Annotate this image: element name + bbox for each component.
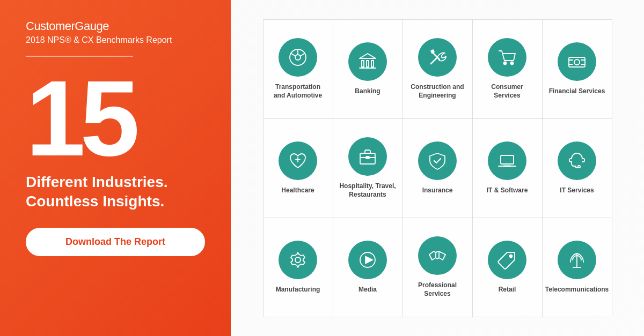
svg-line-3	[291, 53, 296, 56]
it-software-label: IT & Software	[487, 186, 528, 195]
svg-point-12	[504, 62, 507, 64]
svg-rect-25	[501, 155, 514, 164]
consumer-services-label: ConsumerServices	[491, 83, 523, 100]
svg-rect-6	[362, 61, 364, 67]
it-services-icon-circle	[558, 141, 596, 180]
insurance-icon-circle	[418, 141, 457, 180]
svg-rect-7	[367, 61, 369, 67]
svg-rect-8	[371, 61, 374, 67]
construction-icon-circle	[418, 38, 457, 77]
construction-label: Construction andEngineering	[411, 83, 464, 100]
banking-icon-circle	[348, 42, 387, 81]
svg-point-15	[574, 59, 580, 65]
right-panel: Transportationand Automotive Banking	[231, 0, 644, 336]
grid-item-manufacturing: Manufacturing	[264, 218, 333, 317]
industry-grid: Transportationand Automotive Banking	[263, 19, 612, 317]
grid-item-retail: Retail	[473, 218, 543, 317]
heart-plus-icon	[287, 150, 309, 171]
telecommunications-icon-circle	[558, 241, 596, 279]
healthcare-icon-circle	[279, 141, 317, 180]
transportation-label: Transportationand Automotive	[274, 83, 322, 100]
grid-item-banking: Banking	[333, 20, 403, 119]
svg-line-4	[300, 53, 305, 56]
financial-services-label: Financial Services	[549, 87, 605, 96]
steering-wheel-icon	[287, 47, 309, 68]
play-icon	[357, 249, 378, 271]
grid-item-healthcare: Healthcare	[264, 119, 333, 218]
brand-logo: CustomerGauge	[26, 19, 205, 33]
bank-icon	[357, 51, 378, 72]
grid-item-it-software: IT & Software	[473, 119, 543, 218]
grid-item-insurance: Insurance	[403, 119, 473, 218]
transportation-icon-circle	[279, 38, 317, 77]
manufacturing-icon-circle	[279, 241, 317, 279]
grid-item-financial-services: Financial Services	[543, 20, 612, 119]
grid-item-transportation: Transportationand Automotive	[264, 20, 333, 119]
svg-marker-31	[365, 256, 373, 264]
briefcase-icon	[357, 146, 378, 167]
grid-item-hospitality: Hospitality, Travel,Restaurants	[333, 119, 403, 218]
left-panel: CustomerGauge 2018 NPS® & CX Benchmarks …	[0, 0, 231, 336]
manufacturing-label: Manufacturing	[276, 286, 320, 294]
svg-line-10	[431, 57, 437, 64]
it-software-icon-circle	[488, 141, 526, 180]
tag-icon	[496, 249, 518, 271]
grid-item-consumer-services: ConsumerServices	[473, 20, 543, 119]
grid-item-media: Media	[333, 218, 403, 317]
brand-subtitle: 2018 NPS® & CX Benchmarks Report	[26, 35, 205, 45]
laptop-icon	[496, 150, 518, 171]
handshake-icon	[427, 245, 448, 266]
professional-services-label: ProfessionalServices	[418, 281, 457, 298]
shield-icon	[427, 150, 448, 171]
svg-rect-28	[578, 166, 580, 168]
wrench-tools-icon	[427, 47, 448, 68]
media-icon-circle	[348, 241, 387, 279]
gear-icon	[287, 249, 309, 271]
svg-rect-14	[569, 57, 585, 67]
hospitality-icon-circle	[348, 137, 387, 176]
svg-point-29	[295, 257, 301, 263]
grid-item-professional-services: ProfessionalServices	[403, 218, 473, 317]
healthcare-label: Healthcare	[281, 186, 314, 195]
telecommunications-label: Telecommunications	[545, 286, 609, 294]
retail-label: Retail	[499, 286, 516, 294]
brand-name: CustomerGauge 2018 NPS® & CX Benchmarks …	[26, 19, 205, 45]
retail-icon-circle	[488, 241, 526, 279]
divider	[26, 56, 133, 57]
grid-item-construction: Construction andEngineering	[403, 20, 473, 119]
svg-point-13	[511, 62, 514, 64]
antenna-icon	[566, 249, 588, 271]
hero-tagline: Different Industries. Countless Insights…	[26, 173, 205, 212]
it-services-label: IT Services	[560, 186, 594, 195]
insurance-label: Insurance	[422, 186, 453, 195]
hospitality-label: Hospitality, Travel,Restaurants	[339, 182, 396, 199]
download-report-button[interactable]: Download The Report	[26, 228, 205, 256]
headset-icon	[566, 150, 588, 171]
svg-marker-5	[360, 54, 376, 58]
grid-item-it-services: IT Services	[543, 119, 612, 218]
hero-number: 15	[26, 73, 205, 164]
financial-services-icon-circle	[558, 42, 596, 81]
media-label: Media	[358, 286, 377, 294]
consumer-services-icon-circle	[488, 38, 526, 77]
shopping-cart-icon	[496, 47, 518, 68]
professional-services-icon-circle	[418, 236, 457, 275]
svg-point-1	[295, 55, 301, 60]
money-icon	[566, 51, 588, 72]
svg-point-34	[510, 255, 513, 257]
grid-item-telecommunications: Telecommunications	[543, 218, 612, 317]
banking-label: Banking	[355, 87, 380, 96]
